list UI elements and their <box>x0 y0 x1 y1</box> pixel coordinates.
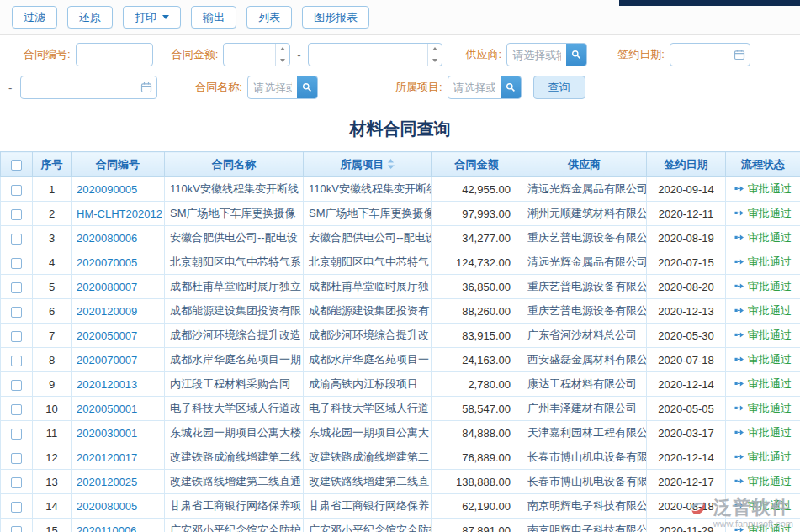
toolbar-button-list[interactable]: 列表 <box>246 6 292 29</box>
row-checkbox[interactable] <box>11 209 22 220</box>
contract-name-cell: 成都沙河环境综合提升改造 <box>165 324 304 348</box>
sign-date-to-input[interactable] <box>21 76 136 98</box>
project-cell: 成都沙河环境综合提升改 <box>304 324 432 348</box>
row-checkbox[interactable] <box>11 234 22 245</box>
contract-name-cell: 成都杜甫草堂临时展厅独立 <box>165 275 304 299</box>
contract-no-link[interactable]: 2020050007 <box>77 329 137 342</box>
dropdown-caret-icon <box>162 15 169 19</box>
supplier-input[interactable] <box>507 44 566 66</box>
row-checkbox[interactable] <box>11 282 22 293</box>
toolbar-button-export[interactable]: 输出 <box>191 6 236 29</box>
contract-no-cell: 2020070007 <box>72 348 165 372</box>
row-index-cell: 9 <box>33 372 72 397</box>
column-header-project[interactable]: 所属项目 <box>304 152 432 177</box>
row-checkbox[interactable] <box>11 185 22 196</box>
spinner-up-icon[interactable] <box>276 44 289 55</box>
date-range-separator: - <box>8 82 19 94</box>
column-header-amount[interactable]: 合同金额 <box>432 152 522 177</box>
spinner-up-icon[interactable] <box>428 44 442 55</box>
row-index-cell: 4 <box>33 250 72 275</box>
column-header-contract-no[interactable]: 合同编号 <box>72 152 165 177</box>
contract-no-cell: 2020120013 <box>72 372 165 397</box>
amount-cell: 124,732.00 <box>432 250 522 275</box>
amount-max-spinner[interactable] <box>427 44 442 66</box>
sign-date-from-input[interactable] <box>670 44 729 66</box>
row-checkbox-cell <box>1 445 33 470</box>
contract-no-cell: 2020080007 <box>72 275 165 299</box>
calendar-icon[interactable] <box>136 76 156 98</box>
toolbar-button-graph-report[interactable]: 图形报表 <box>302 6 369 29</box>
table-row: 12020090005110kV安徽线程集变开断线110kV安徽线程集变开断线4… <box>1 177 800 202</box>
contract-no-link[interactable]: 2020080005 <box>77 500 137 513</box>
column-header-supplier[interactable]: 供应商 <box>522 152 647 177</box>
toolbar-button-filter[interactable]: 过滤 <box>12 6 57 29</box>
amount-cell: 62,190.00 <box>432 494 522 519</box>
spinner-down-icon[interactable] <box>276 55 289 66</box>
amount-cell: 84,888.00 <box>432 421 522 445</box>
status-text: 审批通过 <box>748 450 792 463</box>
row-checkbox[interactable] <box>11 307 22 318</box>
status-text: 审批通过 <box>748 207 792 219</box>
contract-name-input[interactable] <box>248 76 297 98</box>
sign-date-cell: 2020-05-30 <box>647 324 726 348</box>
contract-no-link[interactable]: 2020120009 <box>77 305 137 318</box>
contract-no-link[interactable]: 2020120013 <box>77 378 137 391</box>
column-header-sign-date[interactable]: 签约日期 <box>647 152 726 177</box>
contract-no-link[interactable]: 2020080006 <box>77 232 137 245</box>
contract-name-cell: 改建铁路线增建第二线直通 <box>165 470 304 494</box>
column-header-index[interactable]: 序号 <box>33 152 72 177</box>
project-cell: 成都能源建设集团投资有 <box>304 299 432 324</box>
row-checkbox[interactable] <box>11 526 22 532</box>
project-search-button[interactable] <box>501 76 521 98</box>
table-row: 92020120013内江段工程材料采购合同成渝高铁内江标段项目2,780.00… <box>1 372 800 397</box>
row-checkbox[interactable] <box>11 380 22 391</box>
row-index-cell: 14 <box>33 494 72 519</box>
supplier-cell: 清远光辉金属品有限公司 <box>522 177 647 202</box>
contract-no-link[interactable]: HM-CLHT202012 <box>77 208 162 220</box>
status-text: 审批通过 <box>748 280 792 292</box>
calendar-icon[interactable] <box>729 44 750 66</box>
supplier-cell: 广州丰泽建材有限公司 <box>522 397 647 421</box>
contract-no-link[interactable]: 2020070005 <box>77 256 137 269</box>
query-button[interactable]: 查询 <box>533 76 585 99</box>
row-checkbox[interactable] <box>11 453 22 464</box>
toolbar-button-restore[interactable]: 还原 <box>67 6 113 29</box>
row-checkbox[interactable] <box>11 404 22 415</box>
contract-no-link[interactable]: 2020080007 <box>77 281 137 293</box>
row-checkbox[interactable] <box>11 429 22 440</box>
column-header-status[interactable]: 流程状态 <box>726 152 800 177</box>
row-checkbox[interactable] <box>11 356 22 366</box>
row-checkbox-cell <box>1 348 33 372</box>
status-cell: 审批通过 <box>726 324 800 348</box>
toolbar-button-print[interactable]: 打印 <box>123 6 181 29</box>
contract-no-link[interactable]: 2020110006 <box>77 524 136 532</box>
row-checkbox[interactable] <box>11 477 22 488</box>
amount-min-spinner[interactable] <box>275 44 289 66</box>
contract-no-input[interactable] <box>77 44 152 66</box>
amount-min-input[interactable] <box>224 44 275 66</box>
contract-no-link[interactable]: 2020030001 <box>77 427 137 440</box>
supplier-search-button[interactable] <box>566 44 586 66</box>
contract-no-link[interactable]: 2020070007 <box>77 354 137 366</box>
project-input[interactable] <box>448 76 501 98</box>
contract-no-link[interactable]: 2020120025 <box>77 476 137 488</box>
project-cell: 北京朝阳区电气中芯特气 <box>304 250 432 275</box>
toolbar-button-label: 图形报表 <box>314 10 358 25</box>
row-checkbox[interactable] <box>11 258 22 269</box>
row-checkbox[interactable] <box>11 502 22 513</box>
project-label: 所属项目: <box>395 80 442 95</box>
row-checkbox[interactable] <box>11 331 22 342</box>
supplier-cell: 清远光辉金属品有限公司 <box>522 250 647 275</box>
workflow-status-icon <box>734 355 744 364</box>
spinner-down-icon[interactable] <box>428 55 442 66</box>
column-header-contract-name[interactable]: 合同名称 <box>165 152 304 177</box>
contract-no-link[interactable]: 2020090005 <box>77 183 137 196</box>
amount-cell: 97,993.00 <box>432 202 522 226</box>
status-text: 审批通过 <box>748 329 792 341</box>
select-all-checkbox[interactable] <box>11 160 22 171</box>
contract-no-link[interactable]: 2020050001 <box>77 403 137 415</box>
amount-max-input[interactable] <box>309 44 427 66</box>
contract-no-link[interactable]: 2020120017 <box>77 451 137 464</box>
contract-name-search-button[interactable] <box>297 76 317 98</box>
sign-date-cell: 2020-08-20 <box>647 275 726 299</box>
